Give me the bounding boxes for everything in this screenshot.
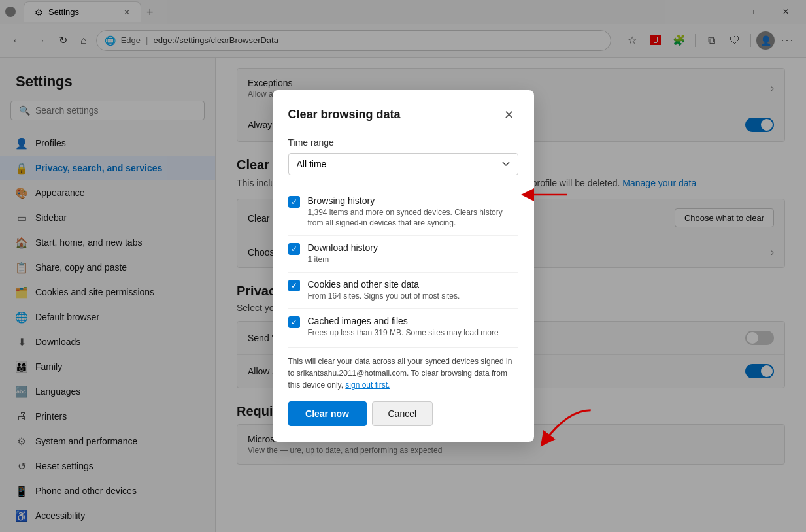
cb-label: Browsing history [308,195,518,206]
modal-checkboxes: ✓ Browsing history 1,394 items and more … [288,186,518,348]
checkbox-download-history[interactable]: ✓ Download history 1 item [288,236,518,273]
clear-now-button[interactable]: Clear now [288,401,367,426]
checkbox-cached-images[interactable]: ✓ Cached images and files Frees up less … [288,309,518,345]
checkbox-cookies[interactable]: ✓ Cookies and other site data From 164 s… [288,273,518,309]
modal-actions: Clear now Cancel [288,401,518,426]
cancel-button[interactable]: Cancel [372,401,433,426]
cb-label: Cookies and other site data [308,279,518,290]
browsing-history-checkbox[interactable]: ✓ [288,196,300,208]
check-icon: ✓ [291,318,297,326]
cookies-text: Cookies and other site data From 164 sit… [308,279,518,302]
time-range-label: Time range [288,137,518,148]
check-icon: ✓ [291,198,297,206]
cached-images-text: Cached images and files Frees up less th… [308,316,518,339]
sync-notice: This will clear your data across all you… [288,356,518,391]
check-icon: ✓ [291,245,297,253]
cb-desc: 1,394 items and more on synced devices. … [308,207,518,229]
cb-label: Cached images and files [308,316,518,326]
cookies-checkbox[interactable]: ✓ [288,280,300,291]
check-icon: ✓ [291,282,297,290]
cb-desc: Frees up less than 319 MB. Some sites ma… [308,327,518,339]
cb-desc: 1 item [308,254,518,265]
modal-wrapper: Clear browsing data ✕ Time range All tim… [273,90,534,442]
time-range-select[interactable]: All time Last hour Last 24 hours Last 7 … [288,153,518,175]
download-history-text: Download history 1 item [308,242,518,265]
checkbox-browsing-history[interactable]: ✓ Browsing history 1,394 items and more … [288,189,518,237]
cb-label: Download history [308,242,518,253]
modal-title: Clear browsing data [288,108,401,122]
cached-images-checkbox[interactable]: ✓ [288,316,300,328]
modal-header: Clear browsing data ✕ [288,106,518,124]
sign-out-link[interactable]: sign out first. [345,380,390,390]
cb-desc: From 164 sites. Signs you out of most si… [308,291,518,302]
clear-browsing-modal: Clear browsing data ✕ Time range All tim… [273,90,534,442]
modal-close-button[interactable]: ✕ [500,106,518,124]
modal-overlay[interactable]: Clear browsing data ✕ Time range All tim… [0,0,806,532]
download-history-checkbox[interactable]: ✓ [288,243,300,255]
browsing-history-text: Browsing history 1,394 items and more on… [308,195,518,229]
